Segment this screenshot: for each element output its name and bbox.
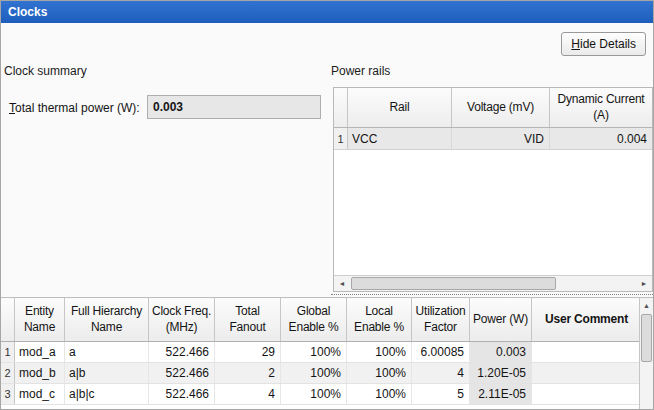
cell-global-enable[interactable]: 100% xyxy=(281,363,347,383)
scroll-right-button[interactable]: ► xyxy=(636,276,652,291)
cell-entity-name[interactable]: mod_b xyxy=(15,363,65,383)
scroll-right-arrow-icon: ► xyxy=(641,280,648,287)
cell-power[interactable]: 0.003 xyxy=(470,342,532,362)
row-number[interactable]: 3 xyxy=(1,384,15,404)
cell-utilization-factor[interactable]: 4 xyxy=(412,363,470,383)
cell-utilization-factor[interactable]: 5 xyxy=(412,384,470,404)
cell-clock-freq[interactable]: 522.466 xyxy=(149,363,215,383)
column-header-full-hierarchy-name[interactable]: Full Hierarchy Name xyxy=(65,298,149,341)
splitter-handle[interactable] xyxy=(331,294,653,295)
power-rails-header-row: Rail Voltage (mV) Dynamic Current (A) xyxy=(334,88,652,128)
cell-clock-freq[interactable]: 522.466 xyxy=(149,384,215,404)
cell-user-comment[interactable] xyxy=(532,363,641,383)
column-header-user-comment[interactable]: User Comment xyxy=(532,298,641,341)
row-number[interactable]: 2 xyxy=(1,363,15,383)
cell-rail[interactable]: VCC xyxy=(348,128,452,149)
column-header-local-enable[interactable]: Local Enable % xyxy=(347,298,412,341)
cell-full-hierarchy-name[interactable]: a xyxy=(65,342,149,362)
table-row[interactable]: 3 mod_c a|b|c 522.466 4 100% 100% 5 2.11… xyxy=(1,384,641,405)
table-row[interactable]: 1 mod_a a 522.466 29 100% 100% 6.00085 0… xyxy=(1,342,641,363)
total-thermal-power-field[interactable]: 0.003 xyxy=(147,95,321,119)
scroll-up-button[interactable]: ▲ xyxy=(640,298,653,312)
clocks-table-header-row: Entity Name Full Hierarchy Name Clock Fr… xyxy=(1,298,641,342)
clocks-table: Entity Name Full Hierarchy Name Clock Fr… xyxy=(1,297,641,410)
panel-titlebar[interactable]: Clocks xyxy=(1,1,653,23)
cell-entity-name[interactable]: mod_c xyxy=(15,384,65,404)
column-header-total-fanout[interactable]: Total Fanout xyxy=(215,298,281,341)
cell-power[interactable]: 2.11E-05 xyxy=(470,384,532,404)
cell-global-enable[interactable]: 100% xyxy=(281,342,347,362)
power-rails-group-label: Power rails xyxy=(331,64,390,78)
cell-full-hierarchy-name[interactable]: a|b|c xyxy=(65,384,149,404)
cell-voltage[interactable]: VID xyxy=(452,128,550,149)
cell-global-enable[interactable]: 100% xyxy=(281,384,347,404)
cell-total-fanout[interactable]: 29 xyxy=(215,342,281,362)
table-row[interactable]: 1 VCC VID 0.004 xyxy=(334,128,652,150)
cell-local-enable[interactable]: 100% xyxy=(347,384,412,404)
cell-power[interactable]: 1.20E-05 xyxy=(470,363,532,383)
panel-title: Clocks xyxy=(8,5,47,19)
power-rails-empty-area xyxy=(334,150,652,275)
cell-full-hierarchy-name[interactable]: a|b xyxy=(65,363,149,383)
horizontal-scrollbar-thumb[interactable] xyxy=(351,277,556,290)
cell-entity-name[interactable]: mod_a xyxy=(15,342,65,362)
total-thermal-power-label: Total thermal power (W): xyxy=(9,101,140,115)
cell-local-enable[interactable]: 100% xyxy=(347,363,412,383)
column-header-entity-name[interactable]: Entity Name xyxy=(15,298,65,341)
table-row[interactable]: 2 mod_b a|b 522.466 2 100% 100% 4 1.20E-… xyxy=(1,363,641,384)
column-header-dynamic-current[interactable]: Dynamic Current (A) xyxy=(550,88,652,127)
row-number[interactable]: 1 xyxy=(1,342,15,362)
column-header-power[interactable]: Power (W) xyxy=(470,298,532,341)
hide-details-label: Hide Details xyxy=(571,37,636,51)
scroll-left-button[interactable]: ◄ xyxy=(334,276,350,291)
clock-summary-group-label: Clock summary xyxy=(4,64,87,78)
clocks-report-window: Clocks Hide Details Clock summary Total … xyxy=(0,0,654,410)
hide-details-button[interactable]: Hide Details xyxy=(561,32,646,56)
column-header-clock-freq[interactable]: Clock Freq. (MHz) xyxy=(149,298,215,341)
vertical-scrollbar[interactable]: ▲ xyxy=(639,297,653,410)
cell-total-fanout[interactable]: 2 xyxy=(215,363,281,383)
cell-user-comment[interactable] xyxy=(532,384,641,404)
scroll-up-arrow-icon: ▲ xyxy=(643,302,650,309)
corner-header-cell xyxy=(334,88,348,127)
column-header-global-enable[interactable]: Global Enable % xyxy=(281,298,347,341)
row-number[interactable]: 1 xyxy=(334,128,348,149)
cell-local-enable[interactable]: 100% xyxy=(347,342,412,362)
cell-user-comment[interactable] xyxy=(532,342,641,362)
horizontal-scrollbar[interactable]: ◄ ► xyxy=(334,275,652,291)
cell-clock-freq[interactable]: 522.466 xyxy=(149,342,215,362)
scroll-left-arrow-icon: ◄ xyxy=(339,280,346,287)
corner-header-cell xyxy=(1,298,15,341)
cell-dynamic-current[interactable]: 0.004 xyxy=(550,128,652,149)
vertical-scrollbar-thumb[interactable] xyxy=(641,314,652,362)
power-rails-table: Rail Voltage (mV) Dynamic Current (A) 1 … xyxy=(333,87,653,292)
column-header-voltage[interactable]: Voltage (mV) xyxy=(452,88,550,127)
cell-utilization-factor[interactable]: 6.00085 xyxy=(412,342,470,362)
cell-total-fanout[interactable]: 4 xyxy=(215,384,281,404)
column-header-utilization-factor[interactable]: Utilization Factor xyxy=(412,298,470,341)
column-header-rail[interactable]: Rail xyxy=(348,88,452,127)
